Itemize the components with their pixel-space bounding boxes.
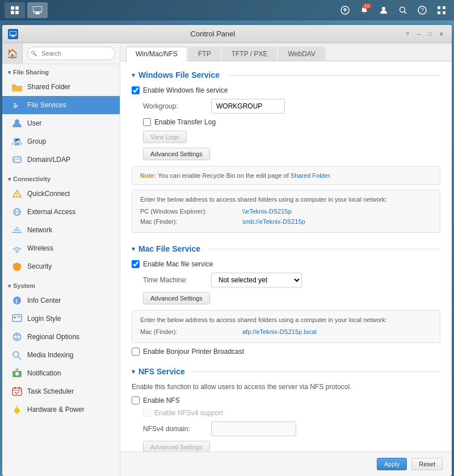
window-close-button[interactable]: ✕	[437, 30, 446, 39]
wireless-icon	[11, 243, 23, 254]
bonjour-label: Enable Bonjour Printer Broadcast	[143, 348, 244, 356]
sidebar-item-quickconnect[interactable]: QuickConnect	[2, 185, 120, 203]
apply-button[interactable]: Apply	[377, 458, 407, 470]
tab-win-mac-nfs[interactable]: Win/Mac/NFS	[126, 47, 187, 61]
user-menu-icon[interactable]	[376, 2, 392, 18]
network-icon	[11, 224, 23, 236]
svg-rect-15	[438, 11, 440, 14]
desktop: 10 ? Control Pane	[0, 0, 454, 476]
svg-line-43	[18, 357, 21, 360]
mac-advanced-settings-button[interactable]: Advanced Settings	[143, 292, 210, 304]
svg-rect-5	[36, 12, 39, 14]
sidebar-item-external-access[interactable]: External Access	[2, 203, 120, 221]
mac-access-value[interactable]: afp://eTeknix-DS215p.local	[242, 328, 317, 335]
connectivity-title[interactable]: Connectivity	[2, 173, 120, 185]
grid-menu-icon[interactable]	[434, 2, 449, 18]
security-label: Security	[27, 262, 52, 270]
tab-webdav[interactable]: WebDAV	[278, 47, 325, 61]
window-maximize-button[interactable]: □	[426, 30, 435, 39]
mac-windows-access-label: Mac (Finder):	[140, 218, 242, 225]
file-sharing-title[interactable]: File Sharing	[2, 66, 120, 78]
sidebar-item-hardware-power[interactable]: Hardware & Power	[2, 400, 120, 419]
nfsv4-support-label: Enable NFSv4 support	[154, 409, 223, 417]
file-sharing-section: File Sharing Shared Folder File Services	[2, 64, 120, 171]
sidebar-item-group[interactable]: Group	[2, 132, 120, 151]
svg-point-31	[16, 196, 18, 197]
file-services-label: File Services	[27, 101, 66, 109]
windows-settings-indent: Workgroup: Enable Transfer Log View Logs	[132, 99, 440, 160]
sidebar-item-shared-folder[interactable]: Shared Folder	[2, 78, 120, 96]
view-logs-button[interactable]: View Logs	[143, 131, 187, 143]
enable-nfs-checkbox[interactable]	[132, 396, 140, 404]
shared-folder-link-1[interactable]: Shared Folder.	[291, 172, 331, 179]
enable-mac-checkbox[interactable]	[132, 260, 140, 268]
home-button[interactable]: 🏠	[2, 43, 23, 64]
workgroup-input[interactable]	[211, 99, 285, 114]
control-panel-window: Control Panel ? ─ □ ✕ 🏠	[2, 25, 452, 476]
mac-file-service-header: Mac File Service	[132, 244, 440, 253]
sidebar-item-file-services[interactable]: File Services	[2, 96, 120, 114]
svg-point-8	[382, 7, 385, 10]
upload-icon[interactable]	[337, 2, 353, 18]
pc-access-value[interactable]: \\eTeknix-DS215p	[242, 208, 292, 215]
svg-point-42	[13, 352, 19, 357]
windows-file-service-section: Windows File Service Enable Windows file…	[132, 70, 440, 233]
svg-point-39	[14, 316, 16, 319]
windows-note-box: Note: You can enable Recycle Bin on the …	[132, 166, 440, 185]
enable-nfs-label: Enable NFS	[143, 396, 180, 404]
window-minimize-button[interactable]: ─	[414, 30, 423, 39]
nfs-service-section: NFS Service Enable this function to allo…	[132, 367, 440, 452]
control-panel-taskbar-button[interactable]	[27, 2, 48, 18]
reset-button[interactable]: Reset	[411, 458, 443, 470]
transfer-log-row: Enable Transfer Log	[143, 118, 440, 126]
svg-rect-46	[12, 388, 22, 395]
svg-text:i: i	[16, 298, 18, 304]
sidebar-item-notification[interactable]: Notification	[2, 364, 120, 382]
sidebar-item-media-indexing[interactable]: Media Indexing	[2, 346, 120, 364]
notification-badge: 10	[363, 3, 371, 9]
system-title[interactable]: System	[2, 280, 120, 291]
mac-info-description: Enter the below address to access shared…	[140, 316, 432, 323]
sidebar-item-regional-options[interactable]: Regional Options	[2, 328, 120, 346]
nfsv4-support-checkbox[interactable]	[143, 409, 151, 417]
notification-label: Notification	[27, 369, 61, 377]
regional-options-icon	[11, 331, 23, 343]
sidebar-item-network[interactable]: Network	[2, 221, 120, 239]
mac-settings-indent: Time Machine: Not selected yet Advanced …	[132, 273, 440, 304]
global-search-icon[interactable]	[395, 2, 411, 18]
window-help-button[interactable]: ?	[403, 30, 412, 39]
enable-windows-checkbox[interactable]	[132, 86, 140, 94]
content-body: Windows File Service Enable Windows file…	[120, 61, 452, 452]
domain-ldap-label: Domain/LDAP	[27, 156, 70, 164]
nfsv4-domain-row: NFSv4 domain:	[143, 421, 440, 436]
tab-tftp-pxe[interactable]: TFTP / PXE	[222, 47, 278, 61]
apps-grid-button[interactable]	[5, 2, 25, 18]
nfsv4-domain-input[interactable]	[211, 421, 296, 436]
bonjour-checkbox[interactable]	[132, 348, 140, 356]
sidebar-item-security[interactable]: Security	[2, 257, 120, 275]
connectivity-label: Connectivity	[13, 176, 51, 182]
svg-point-29	[14, 160, 15, 161]
taskbar: 10 ?	[0, 0, 454, 20]
notifications-icon[interactable]: 10	[356, 2, 372, 18]
sidebar-item-info-center[interactable]: i Info Center	[2, 291, 120, 310]
svg-rect-18	[12, 36, 14, 37]
search-input[interactable]	[27, 47, 115, 60]
tab-ftp[interactable]: FTP	[188, 47, 221, 61]
sidebar-item-login-style[interactable]: Login Style	[2, 310, 120, 328]
nfs-settings-indent: Enable NFSv4 support NFSv4 domain: Advan…	[132, 409, 440, 452]
sidebar-item-task-scheduler[interactable]: Task Scheduler	[2, 382, 120, 400]
mac-windows-access-row: Mac (Finder): smb://eTeknix-DS215p	[140, 216, 432, 227]
nfs-advanced-settings-button[interactable]: Advanced Settings	[143, 441, 210, 452]
transfer-log-checkbox[interactable]	[143, 118, 151, 126]
help-icon[interactable]: ?	[414, 2, 430, 18]
time-machine-select[interactable]: Not selected yet	[211, 273, 302, 287]
windows-info-description: Enter the below address to access shared…	[140, 196, 432, 203]
sidebar-item-user[interactable]: User	[2, 114, 120, 132]
windows-file-service-title: Windows File Service	[138, 70, 220, 80]
pc-access-row: PC (Windows Explorer): \\eTeknix-DS215p	[140, 206, 432, 216]
sidebar-item-domain-ldap[interactable]: Domain/LDAP	[2, 151, 120, 169]
windows-advanced-settings-button[interactable]: Advanced Settings	[143, 148, 210, 160]
mac-windows-access-value[interactable]: smb://eTeknix-DS215p	[242, 218, 305, 225]
sidebar-item-wireless[interactable]: Wireless	[2, 239, 120, 257]
